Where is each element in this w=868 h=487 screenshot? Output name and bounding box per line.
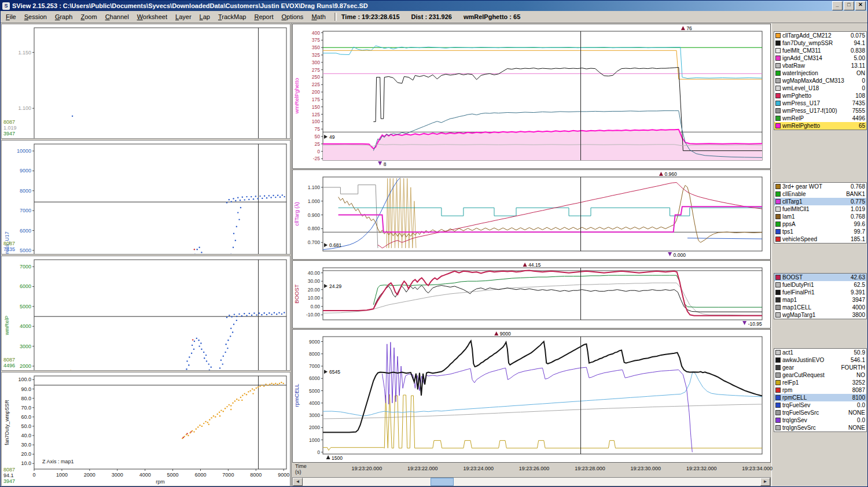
channel-row-clltargadd-cm212[interactable]: cllTargAdd_CM2120.075 bbox=[774, 32, 866, 39]
fan7duty-plot: 100.090.080.070.060.050.040.030.020.010.… bbox=[2, 372, 290, 486]
rpmcell-chart[interactable]: 9000800070006000500040003000200010000rpm… bbox=[292, 329, 771, 463]
channel-row-wgmapmaxadd-cm313[interactable]: wgMapMaxAdd_CM3130 bbox=[774, 77, 866, 84]
svg-text:4000: 4000 bbox=[139, 472, 151, 478]
channel-color-swatch bbox=[775, 222, 781, 227]
channel-row-relfp1[interactable]: relFp13252 bbox=[774, 379, 866, 386]
svg-text:300: 300 bbox=[312, 60, 320, 65]
channel-color-swatch bbox=[775, 410, 781, 415]
channel-row-3rd-gear-wot[interactable]: 3rd+ gear WOT0.768 bbox=[774, 183, 866, 190]
channel-row-map1cell[interactable]: map1CELL4000 bbox=[774, 304, 866, 311]
menu-item-graph[interactable]: Graph bbox=[51, 12, 77, 21]
minimize-button[interactable]: _ bbox=[832, 1, 843, 10]
svg-text:80.0: 80.0 bbox=[21, 395, 31, 401]
channel-row-wmlevel-u18[interactable]: wmLevel_U180 bbox=[774, 84, 866, 92]
channel-row-fuelmltcll1[interactable]: fuelMltCll11.019 bbox=[774, 205, 866, 213]
channel-color-swatch bbox=[775, 214, 781, 219]
channel-row-vbatraw[interactable]: vbatRaw13.11 bbox=[774, 62, 866, 69]
maximize-button[interactable]: □ bbox=[844, 1, 854, 10]
channel-value: 7555 bbox=[852, 108, 865, 114]
channel-row-gear[interactable]: gearFOURTH bbox=[774, 364, 866, 371]
svg-text:150: 150 bbox=[312, 104, 320, 110]
fan7duty-panel[interactable]: 100.090.080.070.060.050.040.030.020.010.… bbox=[1, 372, 290, 487]
channel-row-tps1[interactable]: tps199.7 bbox=[774, 228, 866, 235]
channel-row-ignadd-cm314[interactable]: ignAdd_CM3145.00 bbox=[774, 54, 866, 62]
wmpress-u17-panel[interactable]: 1000090008000700060005000400030002000100… bbox=[1, 140, 290, 255]
menu-item-layer[interactable]: Layer bbox=[171, 12, 196, 21]
scroll-left-arrow[interactable]: ◄ bbox=[293, 478, 303, 486]
menu-item-trackmap[interactable]: TrackMap bbox=[214, 12, 251, 21]
menu-item-math[interactable]: Math bbox=[307, 12, 329, 21]
scroll-right-arrow[interactable]: ► bbox=[760, 478, 770, 486]
time-tick: 19:23:30.000 bbox=[623, 466, 669, 471]
channel-row-clltarg1[interactable]: cllTarg10.775 bbox=[774, 198, 866, 205]
svg-text:6000: 6000 bbox=[20, 227, 31, 233]
svg-text:0.000: 0.000 bbox=[674, 252, 686, 258]
menu-item-lap[interactable]: Lap bbox=[196, 12, 214, 21]
channel-name: trqIgnSev bbox=[782, 417, 857, 423]
time-tick: 19:23:28.000 bbox=[567, 466, 613, 471]
svg-text:3000: 3000 bbox=[20, 344, 31, 349]
channel-row-rpmcell[interactable]: rpmCELL8100 bbox=[774, 394, 866, 401]
channel-name: relFp1 bbox=[782, 379, 852, 386]
svg-text:1500: 1500 bbox=[332, 455, 343, 461]
channel-row-wmrelpghetto[interactable]: wmRelPghetto65 bbox=[774, 122, 866, 130]
channel-row-wmrelp[interactable]: wmRelP4496 bbox=[774, 115, 866, 122]
channel-row-fuelmlt-cm311[interactable]: fuelMlt_CM3110.838 bbox=[774, 47, 866, 54]
channel-value: 9.391 bbox=[851, 289, 865, 296]
channel-value: 13.11 bbox=[851, 62, 865, 69]
wmrelpghetto-chart[interactable]: 4003753503253002752502252001751501251007… bbox=[292, 24, 771, 169]
channel-color-swatch bbox=[775, 395, 781, 400]
channel-row-fuelfinalpri1[interactable]: fuelFinalPri19.391 bbox=[774, 289, 866, 296]
channel-row-rpm[interactable]: rpm8087 bbox=[774, 386, 866, 394]
menu-item-options[interactable]: Options bbox=[277, 12, 307, 21]
channel-row-awkwjustinevo[interactable]: awkwJustinEVO546.1 bbox=[774, 356, 866, 364]
channel-row-fan7duty-wmpssr[interactable]: fan7Duty_wmpSSR94.1 bbox=[774, 39, 866, 47]
channel-row-wgmaptarg1[interactable]: wgMapTarg13800 bbox=[774, 311, 866, 319]
channel-color-swatch bbox=[775, 297, 781, 302]
channel-name: act1 bbox=[782, 349, 854, 356]
channel-row-trqignsevsrc[interactable]: trqIgnSevSrcNONE bbox=[774, 424, 866, 431]
clltarg-chart[interactable]: 1.1001.0000.9000.8000.700cllTarg (λ)0.96… bbox=[292, 169, 771, 260]
channel-row-cllenable[interactable]: cllEnableBANK1 bbox=[774, 190, 866, 198]
close-button[interactable]: ✕ bbox=[855, 1, 866, 10]
channel-color-swatch bbox=[775, 63, 781, 68]
menu-bar: FileSessionGraphZoomChannelWorksheetLaye… bbox=[1, 11, 867, 23]
channel-row-trqignsev[interactable]: trqIgnSev0.0 bbox=[774, 416, 866, 424]
channel-row-trqfuelsev[interactable]: trqFuelSev0.0 bbox=[774, 401, 866, 409]
channel-row-lam1[interactable]: lam10.768 bbox=[774, 213, 866, 220]
scrollbar-thumb[interactable] bbox=[431, 478, 454, 486]
fuelmltcll1-panel[interactable]: 1.1501.1001.0501.0000.9500.9000.8500.800… bbox=[1, 24, 290, 139]
menu-item-worksheet[interactable]: Worksheet bbox=[133, 12, 171, 21]
channel-name: map1CELL bbox=[782, 304, 852, 311]
channel-row-fueldutypri1[interactable]: fuelDutyPri162.5 bbox=[774, 281, 866, 289]
channel-row-vehiclespeed[interactable]: vehicleSpeed185.1 bbox=[774, 235, 866, 243]
menu-item-zoom[interactable]: Zoom bbox=[76, 12, 101, 21]
channel-value: 0.838 bbox=[851, 47, 865, 54]
menu-item-file[interactable]: File bbox=[2, 12, 20, 21]
channel-value: 0.768 bbox=[851, 183, 865, 190]
channel-row-waterinjection[interactable]: waterInjectionON bbox=[774, 69, 866, 77]
channel-row-wmpress-u17[interactable]: wmPress_U177435 bbox=[774, 99, 866, 107]
svg-text:-10.00: -10.00 bbox=[306, 312, 320, 318]
menu-item-report[interactable]: Report bbox=[250, 12, 277, 21]
channel-row-act1[interactable]: act150.9 bbox=[774, 349, 866, 356]
channel-row-boost[interactable]: BOOST42.63 bbox=[774, 274, 866, 281]
menu-item-channel[interactable]: Channel bbox=[101, 12, 133, 21]
wmrelp-panel[interactable]: 7000600050004000300020001000010002000300… bbox=[1, 256, 290, 371]
channel-row-map1[interactable]: map13947 bbox=[774, 296, 866, 304]
channel-row-trqfuelsevsrc[interactable]: trqFuelSevSrcNONE bbox=[774, 409, 866, 416]
boost-chart[interactable]: 40.0030.0020.0010.000.00-10.00BOOST44.15… bbox=[292, 260, 771, 329]
svg-text:1.100: 1.100 bbox=[18, 105, 31, 111]
channel-row-wmpress-u17-f-100-[interactable]: wmPress_U17-f(100)7555 bbox=[774, 107, 866, 115]
sview-window: S SView 2.15.253 : C:\Users\Public\Docum… bbox=[0, 0, 868, 487]
scrollbar-track[interactable] bbox=[303, 478, 760, 486]
channel-row-ppsa[interactable]: ppsA99.6 bbox=[774, 220, 866, 228]
channel-name: 3rd+ gear WOT bbox=[782, 183, 851, 190]
channel-value: 108 bbox=[855, 93, 865, 99]
svg-text:6000: 6000 bbox=[20, 283, 31, 289]
menu-item-session[interactable]: Session bbox=[20, 12, 51, 21]
horizontal-scrollbar[interactable]: ◄ ► bbox=[292, 477, 771, 486]
channel-row-wmpghetto[interactable]: wmPghetto108 bbox=[774, 92, 866, 99]
channel-row-gearcutrequest[interactable]: gearCutRequestNO bbox=[774, 371, 866, 379]
svg-text:325: 325 bbox=[312, 52, 320, 58]
